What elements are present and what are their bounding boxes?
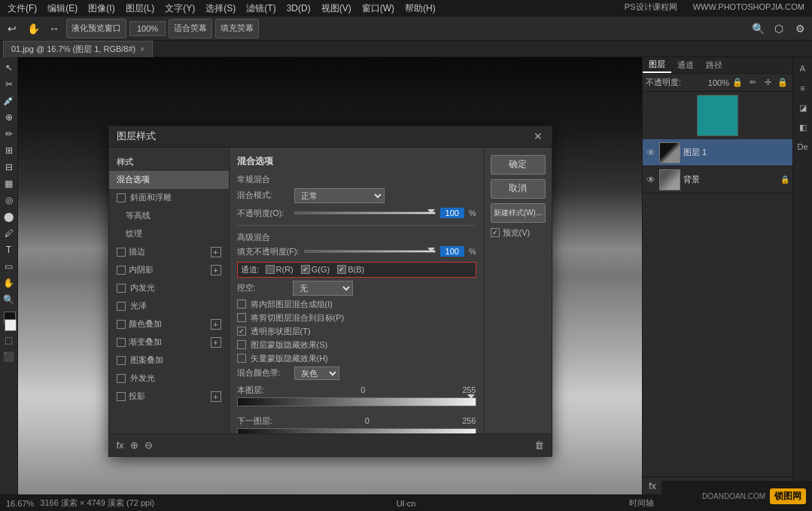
- option-item-1[interactable]: 将剪切图层混合到目标(P): [237, 312, 476, 324]
- opt-cb-2[interactable]: [237, 327, 246, 336]
- share-icon[interactable]: ⬡: [770, 20, 788, 38]
- healing-icon[interactable]: ⊕: [2, 110, 17, 125]
- arrow-tool-icon[interactable]: ↖: [2, 60, 17, 75]
- lock-transparency-icon[interactable]: 🔒: [731, 76, 744, 90]
- satin-checkbox[interactable]: [117, 302, 126, 311]
- confirm-button[interactable]: 确定: [491, 155, 546, 175]
- style-item-texture[interactable]: 纹理: [109, 225, 229, 243]
- stroke-add-icon[interactable]: +: [211, 247, 221, 257]
- gradient-overlay-checkbox[interactable]: [117, 338, 126, 347]
- hand-tool-icon[interactable]: ✋: [24, 20, 42, 38]
- tab-close-icon[interactable]: ×: [140, 45, 144, 53]
- option-item-3[interactable]: 图层蒙版隐藏效果(S): [237, 339, 476, 351]
- ep-icon-4[interactable]: De: [795, 138, 811, 155]
- back-icon[interactable]: ↩: [3, 20, 21, 38]
- layer-item-0[interactable]: 👁 图层 1: [643, 139, 792, 166]
- opt-cb-1[interactable]: [237, 313, 246, 322]
- blend-color-select[interactable]: 灰色 红 绿 蓝: [294, 367, 339, 380]
- new-style-button[interactable]: 新建样式(W)...: [491, 203, 546, 223]
- option-item-4[interactable]: 矢量蒙版隐藏效果(H): [237, 353, 476, 364]
- quick-mask-icon[interactable]: ⬚: [2, 333, 17, 348]
- trash-icon[interactable]: 🗑: [534, 440, 544, 451]
- stroke-checkbox[interactable]: [117, 248, 126, 257]
- inner-shadow-checkbox[interactable]: [117, 266, 126, 275]
- style-item-inner-shadow[interactable]: 内阴影 +: [109, 261, 229, 279]
- dodge-icon[interactable]: ⬤: [2, 209, 17, 224]
- crop-tool-icon[interactable]: ✂: [2, 77, 17, 92]
- lock-all-icon[interactable]: 🔒: [776, 76, 789, 90]
- screen-mode-icon[interactable]: ⬛: [2, 349, 17, 364]
- settings-icon[interactable]: ⚙: [791, 20, 809, 38]
- menu-item-select[interactable]: 选择(S): [201, 1, 240, 17]
- hand-icon[interactable]: ✋: [2, 275, 17, 290]
- menu-item-image[interactable]: 图像(I): [84, 1, 119, 17]
- move-tool-icon[interactable]: ↔: [45, 20, 63, 38]
- knockout-select[interactable]: 无 浅 深: [293, 281, 353, 296]
- ep-icon-2[interactable]: ◪: [795, 99, 811, 116]
- style-item-gradient-overlay[interactable]: 渐变叠加 +: [109, 333, 229, 351]
- style-item-color-overlay[interactable]: 颜色叠加 +: [109, 315, 229, 333]
- opacity-value[interactable]: 100: [440, 208, 464, 218]
- drop-shadow-add-icon[interactable]: +: [211, 391, 221, 402]
- lock-pixels-icon[interactable]: ✏: [746, 76, 759, 90]
- channel-b-checkbox[interactable]: [337, 265, 346, 274]
- layer-item-1[interactable]: 👁 背景 🔒: [643, 166, 792, 193]
- eyedropper-icon[interactable]: 💉: [2, 93, 17, 108]
- brush-icon[interactable]: ✏: [2, 126, 17, 141]
- search-icon[interactable]: 🔍: [749, 20, 767, 38]
- style-item-satin[interactable]: 光泽: [109, 297, 229, 315]
- style-item-contour[interactable]: 等高线: [109, 207, 229, 225]
- gradient-overlay-add-icon[interactable]: +: [211, 337, 221, 348]
- zoom-icon[interactable]: 🔍: [2, 292, 17, 307]
- blur-icon[interactable]: ◎: [2, 193, 17, 208]
- clone-icon[interactable]: ⊞: [2, 143, 17, 158]
- remove-icon[interactable]: ⊖: [144, 440, 153, 451]
- menu-item-view[interactable]: 视图(V): [317, 1, 356, 17]
- channel-r-group[interactable]: R(R): [266, 265, 293, 274]
- blend-mode-select[interactable]: 正常 溶解 正片叠底 滤色: [294, 188, 385, 203]
- style-item-drop-shadow[interactable]: 投影 +: [109, 388, 229, 406]
- tab-channels[interactable]: 通道: [671, 58, 700, 72]
- ep-icon-0[interactable]: A: [795, 60, 811, 77]
- channel-g-checkbox[interactable]: [301, 265, 310, 274]
- add-icon[interactable]: ⊕: [130, 440, 138, 451]
- channel-g-group[interactable]: G(G): [301, 265, 330, 274]
- eraser-icon[interactable]: ⊟: [2, 160, 17, 175]
- fit-screen-btn[interactable]: 适合荧幕: [169, 19, 212, 38]
- shape-icon[interactable]: ▭: [2, 259, 17, 274]
- fx-icon[interactable]: fx: [117, 440, 124, 451]
- this-layer-gradient[interactable]: [237, 397, 476, 409]
- ep-icon-1[interactable]: ≡: [795, 80, 811, 96]
- layer-0-visibility-icon[interactable]: 👁: [646, 148, 656, 158]
- fill-opacity-value[interactable]: 100: [440, 246, 464, 257]
- next-layer-gradient[interactable]: [237, 428, 476, 433]
- inner-glow-checkbox[interactable]: [117, 284, 126, 293]
- menu-item-3d[interactable]: 3D(D): [282, 2, 315, 15]
- color-overlay-checkbox[interactable]: [117, 320, 126, 329]
- style-item-stroke[interactable]: 描边 +: [109, 243, 229, 261]
- option-item-0[interactable]: 将内部图层混合成组(I): [237, 299, 476, 310]
- menu-item-filter[interactable]: 滤镜(T): [242, 1, 280, 17]
- fill-opacity-slider[interactable]: [304, 250, 436, 253]
- zoom-input[interactable]: [129, 21, 166, 36]
- style-item-outer-glow[interactable]: 外发光: [109, 370, 229, 388]
- cancel-button[interactable]: 取消: [491, 179, 546, 199]
- preview-window-btn[interactable]: 液化预览窗口: [66, 19, 126, 38]
- menu-item-file[interactable]: 文件(F): [3, 1, 41, 17]
- text-icon[interactable]: T: [2, 242, 17, 257]
- gradient-icon[interactable]: ▦: [2, 176, 17, 191]
- background-color[interactable]: [5, 319, 17, 331]
- color-overlay-add-icon[interactable]: +: [211, 319, 221, 330]
- inner-shadow-add-icon[interactable]: +: [211, 265, 221, 275]
- outer-glow-checkbox[interactable]: [117, 374, 126, 383]
- menu-item-edit[interactable]: 编辑(E): [43, 1, 82, 17]
- teal-color-swatch[interactable]: [697, 95, 738, 136]
- style-item-bevel[interactable]: 斜面和浮雕: [109, 189, 229, 207]
- menu-item-layer[interactable]: 图层(L): [121, 1, 160, 17]
- bevel-checkbox[interactable]: [117, 193, 126, 202]
- tab-layers[interactable]: 图层: [643, 57, 671, 73]
- menu-item-help[interactable]: 帮助(H): [400, 1, 440, 17]
- document-tab[interactable]: 01.jpg @ 16.7% (图层 1, RGB/8#) ×: [3, 41, 153, 57]
- drop-shadow-checkbox[interactable]: [117, 392, 126, 401]
- opt-cb-3[interactable]: [237, 340, 246, 349]
